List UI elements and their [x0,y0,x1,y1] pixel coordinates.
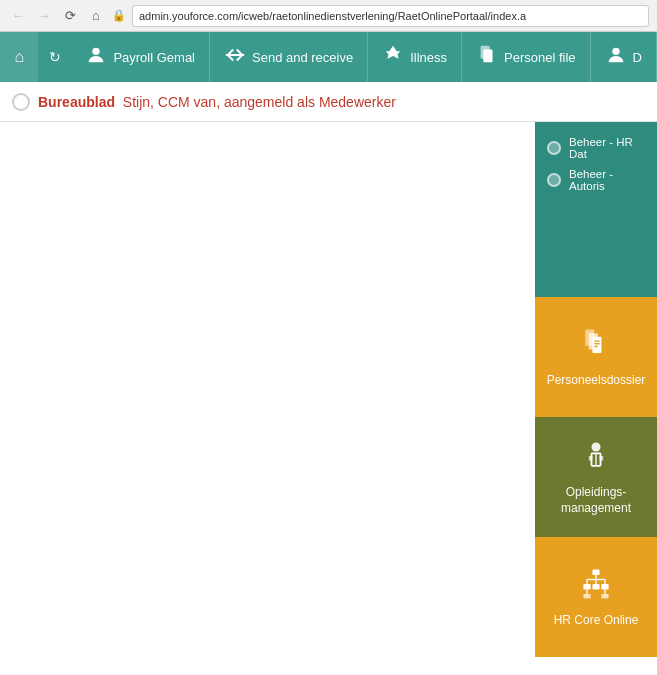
tile-hr-core-online[interactable]: HR Core Online [535,537,657,657]
more-icon [605,44,627,71]
status-detail: Stijn, CCM van, aangemeld als Medewerker [119,94,396,110]
svg-rect-27 [601,594,608,599]
tile-personeelsdossier[interactable]: Personeelsdossier [535,297,657,417]
tile-opleidingsmanagement[interactable]: Opleidings-management [535,417,657,537]
illness-icon [382,44,404,71]
app-toolbar: ⌂ ↻ Payroll Gemal Send and receive Illne… [0,32,657,82]
main-content: Beheer - HR Dat Beheer - Autoris Persone… [0,122,657,675]
svg-rect-6 [592,337,601,353]
tile-opleidingsmanagement-label: Opleidings-management [561,485,631,516]
toolbar-illness-label: Illness [410,50,447,65]
svg-rect-2 [483,49,492,62]
left-panel [0,122,535,675]
svg-rect-20 [583,584,590,589]
dropdown-dot-2 [547,173,561,187]
svg-rect-26 [583,594,590,599]
refresh-button[interactable]: ⟳ [60,6,80,26]
svg-point-10 [592,442,601,451]
personel-file-icon [476,44,498,71]
toolbar-item-personel-file[interactable]: Personel file [462,32,591,82]
svg-rect-21 [601,584,608,589]
forward-button[interactable]: → [34,6,54,26]
toolbar-home-button[interactable]: ⌂ [0,32,38,82]
toolbar-item-send-receive[interactable]: Send and receive [210,32,368,82]
svg-rect-14 [600,456,604,461]
tile-hr-core-online-label: HR Core Online [554,613,639,629]
svg-rect-13 [589,456,593,461]
right-sidebar: Beheer - HR Dat Beheer - Autoris Persone… [535,122,657,675]
send-receive-icon [224,44,246,71]
dropdown-item-beheer-autoris[interactable]: Beheer - Autoris [547,164,645,196]
status-bar: Bureaublad Stijn, CCM van, aangemeld als… [0,82,657,122]
svg-rect-8 [594,343,599,344]
svg-rect-7 [594,340,599,341]
toolbar-item-more[interactable]: D [591,32,657,82]
toolbar-more-label: D [633,50,642,65]
status-indicator [12,93,30,111]
home-button[interactable]: ⌂ [86,6,106,26]
back-button[interactable]: ← [8,6,28,26]
hr-core-online-icon [578,566,614,605]
status-text: Bureaublad Stijn, CCM van, aangemeld als… [38,94,396,110]
svg-point-3 [612,47,619,54]
personeelsdossier-icon [578,326,614,365]
toolbar-send-receive-label: Send and receive [252,50,353,65]
dropdown-label-2: Beheer - Autoris [569,168,645,192]
toolbar-item-payroll[interactable]: Payroll Gemal [71,32,210,82]
toolbar-payroll-label: Payroll Gemal [113,50,195,65]
toolbar-personel-file-label: Personel file [504,50,576,65]
toolbar-refresh-button[interactable]: ↻ [38,32,71,82]
status-label: Bureaublad [38,94,115,110]
svg-rect-9 [594,346,598,347]
dropdown-panel: Beheer - HR Dat Beheer - Autoris [535,122,657,297]
browser-bar: ← → ⟳ ⌂ 🔒 [0,0,657,32]
address-bar[interactable] [132,5,649,27]
payroll-icon [85,44,107,71]
dropdown-item-beheer-hr[interactable]: Beheer - HR Dat [547,132,645,164]
svg-rect-23 [592,584,599,589]
opleidingsmanagement-icon [578,438,614,477]
dropdown-label-1: Beheer - HR Dat [569,136,645,160]
tile-personeelsdossier-label: Personeelsdossier [547,373,646,389]
svg-rect-15 [592,569,599,574]
dropdown-dot-1 [547,141,561,155]
svg-point-0 [93,47,100,54]
toolbar-item-illness[interactable]: Illness [368,32,462,82]
